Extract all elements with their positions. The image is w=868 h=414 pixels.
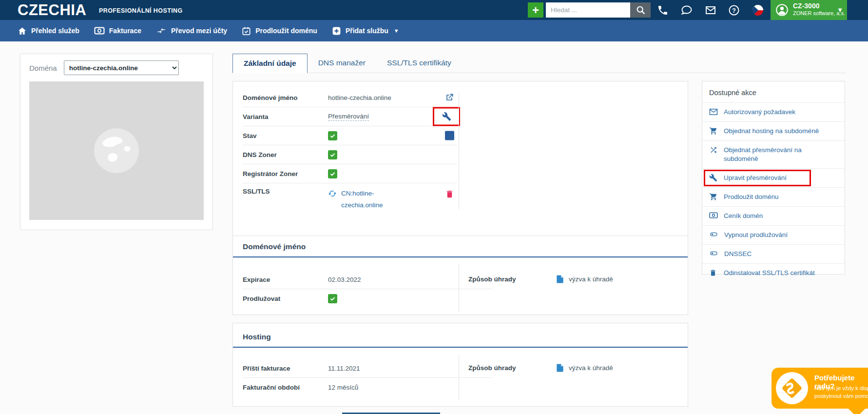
divider — [459, 264, 459, 312]
action-prodlouzit-domenu[interactable]: Prodloužit doménu — [702, 187, 845, 206]
action-objednat-presmerovani[interactable]: Objednat přesměrování na subdoméně — [702, 140, 845, 168]
field-label: SSL/TLS — [243, 188, 328, 195]
nav-item-label: Prodloužit doménu — [255, 27, 317, 35]
tab-ssl-tls-certifikaty[interactable]: SSL/TLS certifikáty — [376, 54, 462, 73]
shuffle-icon — [709, 146, 718, 154]
phone-icon[interactable] — [657, 4, 669, 16]
account-menu[interactable]: CZ-3000 ZONER software, a.s. ▼ — [771, 0, 847, 20]
checkbox-checked-icon[interactable] — [328, 169, 337, 178]
divider — [459, 355, 459, 400]
banknote-icon — [94, 26, 105, 35]
action-objednat-hosting[interactable]: Objednat hosting na subdoméně — [702, 121, 845, 140]
nav-item-prehled-sluzeb[interactable]: Přehled služeb — [18, 26, 79, 36]
topbar: CZECHIA PROFESIONÁLNÍ HOSTING + ? CZ-300… — [0, 0, 868, 20]
banknote-icon — [709, 212, 718, 219]
highlight-box — [433, 107, 460, 126]
nav-item-pridat-sluzbu[interactable]: Přidat službu ▼ — [332, 26, 399, 36]
domain-name-section: Doménové jméno Expirace 02.03.2022 Prodl… — [232, 236, 688, 315]
add-quick-button[interactable]: + — [528, 2, 543, 18]
search-input[interactable] — [546, 2, 635, 18]
hosting-section: Hosting Příští fakturace 11.11.2021 Fakt… — [232, 323, 688, 407]
tab-dns-manazer[interactable]: DNS manažer — [308, 54, 376, 73]
checkbox-checked-icon[interactable] — [328, 150, 337, 159]
action-label: Objednat hosting na subdoméně — [724, 127, 819, 136]
field-label: Fakturační období — [243, 384, 328, 391]
search-button[interactable] — [630, 2, 651, 18]
action-dnssec[interactable]: DNSSEC — [702, 244, 845, 263]
action-cenik-domen[interactable]: Ceník domén — [702, 206, 845, 225]
row-ssl-tls: SSL/TLS CN:hotline-czechia.online — [243, 183, 457, 224]
wrench-icon[interactable] — [442, 112, 451, 121]
field-label: Prodlužovat — [243, 295, 328, 302]
action-upravit-presmerovani[interactable]: Upravit přesměrování — [702, 168, 845, 187]
row-domenove-jmeno: Doménové jméno hotline-czechia.online — [243, 88, 457, 107]
external-link-icon[interactable] — [444, 93, 454, 102]
ssl-certificate-link[interactable]: CN:hotline-czechia.online — [328, 188, 399, 211]
field-value: 11.11.2021 — [328, 365, 360, 372]
detail-tabs: Základní údaje DNS manažer SSL/TLS certi… — [232, 54, 846, 73]
section-title: Hosting — [233, 323, 688, 348]
brand-tagline: PROFESIONÁLNÍ HOSTING — [99, 7, 183, 14]
row-stav: Stav — [243, 126, 457, 145]
field-value: 02.03.2022 — [328, 276, 361, 283]
field-label: Doménové jméno — [243, 94, 328, 101]
field-label: DNS Zoner — [243, 151, 328, 158]
help-icon[interactable]: ? — [728, 4, 740, 16]
action-odinstalovat-ssl[interactable]: Odinstalovat SSL/TLS certifikát — [702, 263, 845, 282]
wrench-icon — [709, 174, 718, 182]
field-value: 12 měsíců — [328, 384, 358, 391]
user-avatar-icon — [775, 3, 789, 17]
status-square-icon[interactable] — [445, 131, 454, 140]
zoner-logo-icon — [776, 372, 808, 404]
sync-icon — [328, 189, 337, 198]
svg-text:?: ? — [732, 7, 736, 14]
row-varianta: Varianta Přesměrování — [243, 107, 457, 126]
chat-widget[interactable]: Potřebujete radu? Náš tým je vždy k disp… — [772, 368, 868, 409]
home-icon — [18, 26, 27, 36]
account-id: CZ-3000 — [793, 2, 819, 10]
domain-select[interactable]: hotline-czechia.online — [64, 60, 179, 75]
nav-item-label: Převod mezi účty — [171, 27, 227, 35]
chat-icon[interactable] — [681, 4, 693, 16]
action-vypnout-prodluzovani[interactable]: Vypnout prodlužování — [702, 225, 845, 244]
row-registrator-zoner: Registrátor Zoner — [243, 164, 457, 183]
czechia-logo: CZECHIA — [18, 1, 86, 19]
transfer-arrows-icon — [156, 26, 167, 35]
action-label: Ceník domén — [724, 212, 763, 220]
field-label: Registrátor Zoner — [243, 170, 328, 177]
plus-icon: + — [532, 3, 539, 17]
nav-item-fakturace[interactable]: Fakturace — [94, 26, 141, 35]
checkbox-checked-icon[interactable] — [328, 131, 337, 140]
czech-flag-icon[interactable] — [752, 4, 764, 16]
mail-icon[interactable] — [705, 4, 716, 16]
nav-item-label: Přehled služeb — [31, 27, 79, 35]
cart-icon — [709, 127, 718, 135]
domain-panel: Doména hotline-czechia.online — [20, 54, 213, 230]
variant-value[interactable]: Přesměrování — [328, 113, 369, 121]
field-value: výzva k úhradě — [569, 364, 613, 372]
field-value: výzva k úhradě — [569, 276, 613, 283]
main-navbar: Přehled služeb Fakturace Převod mezi účt… — [0, 20, 868, 41]
envelope-icon — [709, 108, 718, 116]
calendar-check-icon — [242, 26, 251, 36]
checkbox-checked-icon[interactable] — [328, 294, 337, 303]
toggle-icon — [709, 250, 718, 257]
nav-item-prodlouzit-domenu[interactable]: Prodloužit doménu — [242, 26, 317, 36]
field-label: Stav — [243, 132, 328, 139]
globe-icon — [93, 127, 140, 175]
divider — [459, 92, 459, 209]
trash-icon[interactable] — [445, 189, 454, 199]
nav-item-prevod-mezi-ucty[interactable]: Převod mezi účty — [156, 26, 227, 35]
field-value: hotline-czechia.online — [328, 94, 391, 101]
action-label: Upravit přesměrování — [724, 174, 787, 182]
field-label: Způsob úhrady — [468, 276, 556, 283]
tab-zakladni-udaje[interactable]: Základní údaje — [232, 54, 308, 73]
row-fakturacni-obdobi: Fakturační období 12 měsíců — [243, 378, 492, 396]
row-pristi-fakturace: Příští fakturace 11.11.2021 — [243, 359, 492, 378]
action-label: Prodloužit doménu — [724, 193, 779, 201]
action-label: Autorizovaný požadavek — [724, 108, 795, 117]
document-icon — [556, 363, 564, 373]
toggle-icon — [709, 231, 718, 238]
available-actions-panel: Dostupné akce Autorizovaný požadavek Obj… — [702, 81, 845, 275]
action-autorizovany-pozadavek[interactable]: Autorizovaný požadavek — [702, 102, 845, 121]
